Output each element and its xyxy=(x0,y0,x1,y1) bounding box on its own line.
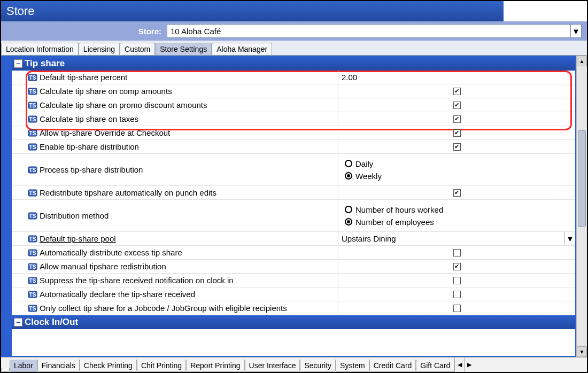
svg-text:TS: TS xyxy=(29,250,36,256)
vertical-scrollbar[interactable]: ▲ ▼ xyxy=(576,56,587,357)
row-label: Automatically distribute excess tip shar… xyxy=(40,248,182,257)
tab-location-information[interactable]: Location Information xyxy=(1,43,79,55)
radio-hours-worked[interactable]: Number of hours worked xyxy=(345,205,575,214)
ts-icon: TS xyxy=(28,128,37,138)
ts-icon: TS xyxy=(28,188,37,198)
checkbox-only-collect[interactable] xyxy=(453,305,461,312)
svg-text:TS: TS xyxy=(29,130,36,136)
ts-icon: TS xyxy=(28,100,37,110)
section-title: Tip share xyxy=(25,58,65,69)
header-right-blank xyxy=(504,1,587,21)
btab-security[interactable]: Security xyxy=(300,360,336,372)
svg-text:TS: TS xyxy=(29,236,36,242)
dropdown-arrow-icon: ▼ xyxy=(570,25,581,37)
dropdown-arrow-icon: ▼ xyxy=(564,232,575,245)
checkbox-suppress-notif[interactable] xyxy=(453,277,461,284)
svg-text:TS: TS xyxy=(29,190,36,196)
section-clock-in-out-header[interactable]: − Clock In/Out xyxy=(12,315,575,329)
radio-num-employees[interactable]: Number of employees xyxy=(345,217,575,227)
svg-text:TS: TS xyxy=(29,167,36,173)
btab-order-entry[interactable] xyxy=(1,368,10,372)
btab-report-printing[interactable]: Report Printing xyxy=(186,360,244,372)
checkbox-comp[interactable]: ✔ xyxy=(453,88,461,95)
default-pool-dropdown[interactable]: Upstairs Dining ▼ xyxy=(338,232,575,245)
bottom-tab-bar: Labor Financials Check Printing Chit Pri… xyxy=(1,357,587,372)
checkbox-auto-excess[interactable] xyxy=(453,249,461,257)
radio-daily[interactable]: Daily xyxy=(345,159,575,168)
svg-text:TS: TS xyxy=(29,144,36,150)
ts-icon: TS xyxy=(28,290,37,299)
radio-weekly[interactable]: Weekly xyxy=(345,172,575,181)
settings-content: − Tip share TS Default tip-share percent… xyxy=(12,56,576,357)
store-label: Store: xyxy=(6,27,167,36)
left-gutter xyxy=(1,56,12,357)
store-dropdown[interactable]: 10 Aloha Café ▼ xyxy=(167,24,582,38)
btab-chit-printing[interactable]: Chit Printing xyxy=(137,360,186,372)
row-default-tipshare-percent: TS Default tip-share percent 2.00 xyxy=(12,71,575,84)
row-label[interactable]: Default tip-share pool xyxy=(40,234,116,243)
ts-icon: TS xyxy=(28,276,37,285)
tab-aloha-manager[interactable]: Aloha Manager xyxy=(212,43,272,55)
checkbox-auto-declare[interactable] xyxy=(453,291,461,298)
row-label: Allow manual tipshare redistribution xyxy=(40,262,166,271)
scroll-up-icon[interactable]: ▲ xyxy=(577,56,587,66)
row-label: Distribution method xyxy=(40,211,109,220)
tab-store-settings[interactable]: Store Settings xyxy=(155,43,212,55)
collapse-icon[interactable]: − xyxy=(14,59,22,68)
btab-labor[interactable]: Labor xyxy=(10,360,37,372)
tab-scroll-right-icon[interactable]: ▶ xyxy=(464,358,474,372)
ts-icon: TS xyxy=(28,87,37,96)
section-tip-share-header[interactable]: − Tip share xyxy=(12,57,575,71)
ts-icon: TS xyxy=(28,114,37,124)
checkbox-promo[interactable]: ✔ xyxy=(453,102,461,109)
row-only-collect: TS Only collect tip share for a Jobcode … xyxy=(12,301,575,315)
btab-gift-card[interactable]: Gift Card xyxy=(416,360,454,372)
row-label: Default tip-share percent xyxy=(40,73,127,82)
svg-text:TS: TS xyxy=(29,89,36,95)
svg-text:TS: TS xyxy=(29,213,36,219)
row-label: Redistribute tipshare automatically on p… xyxy=(40,188,216,197)
default-tipshare-value[interactable]: 2.00 xyxy=(338,71,575,84)
row-label: Calculate tip share on promo discount am… xyxy=(40,100,207,110)
row-auto-excess: TS Automatically distribute excess tip s… xyxy=(12,246,575,260)
svg-text:TS: TS xyxy=(29,264,36,270)
row-label: Allow tip-share Override at Checkout xyxy=(40,128,170,137)
row-label: Enable tip-share distribution xyxy=(40,142,139,151)
checkbox-override[interactable]: ✔ xyxy=(453,129,461,137)
tab-licensing[interactable]: Licensing xyxy=(79,43,120,55)
btab-check-printing[interactable]: Check Printing xyxy=(80,360,137,372)
tab-custom[interactable]: Custom xyxy=(120,43,155,55)
row-redistribute-punch: TS Redistribute tipshare automatically o… xyxy=(12,186,575,200)
collapse-icon[interactable]: − xyxy=(14,318,22,327)
svg-text:TS: TS xyxy=(29,306,36,312)
ts-icon: TS xyxy=(28,211,37,221)
row-label: Automatically declare the tip-share rece… xyxy=(40,290,195,299)
ts-icon: TS xyxy=(28,262,37,271)
ts-icon: TS xyxy=(28,73,37,82)
checkbox-redistribute[interactable]: ✔ xyxy=(453,189,461,197)
tab-scroll-left-icon[interactable]: ◀ xyxy=(454,358,464,372)
btab-system[interactable]: System xyxy=(336,360,369,372)
scroll-thumb[interactable] xyxy=(578,130,586,227)
window-title: Store xyxy=(1,1,504,21)
ts-icon: TS xyxy=(28,142,37,152)
row-label: Process tip-share distribution xyxy=(40,165,143,174)
btab-financials[interactable]: Financials xyxy=(37,360,80,372)
svg-text:TS: TS xyxy=(29,116,36,122)
checkbox-taxes[interactable]: ✔ xyxy=(453,115,461,123)
scroll-down-icon[interactable]: ▼ xyxy=(577,346,587,357)
btab-user-interface[interactable]: User Interface xyxy=(245,360,300,372)
row-enable-distribution: TS Enable tip-share distribution ✔ xyxy=(12,140,575,154)
row-label: Calculate tip share on comp amounts xyxy=(40,87,172,96)
checkbox-manual-redis[interactable]: ✔ xyxy=(453,263,461,270)
store-selector-row: Store: 10 Aloha Café ▼ xyxy=(1,21,587,41)
row-distribution-method: TS Distribution method Number of hours w… xyxy=(12,200,575,232)
row-label: Suppress the tip-share received notifica… xyxy=(40,276,234,285)
ts-icon: TS xyxy=(28,234,37,244)
row-label: Calculate tip share on taxes xyxy=(40,114,138,123)
top-tab-bar: Location Information Licensing Custom St… xyxy=(1,41,587,56)
row-manual-redis: TS Allow manual tipshare redistribution … xyxy=(12,260,575,274)
row-taxes: TS Calculate tip share on taxes ✔ xyxy=(12,112,575,126)
btab-credit-card[interactable]: Credit Card xyxy=(369,360,416,372)
checkbox-enable-dist[interactable]: ✔ xyxy=(453,143,461,151)
